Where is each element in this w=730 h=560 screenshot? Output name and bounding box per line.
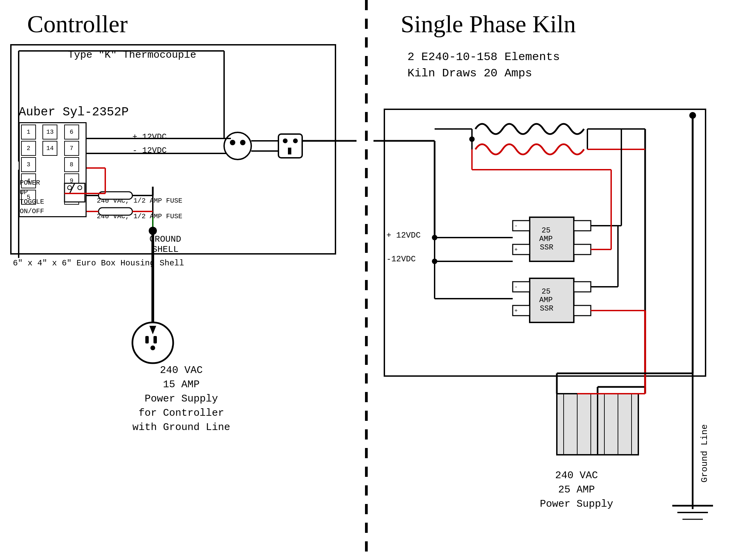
kiln-elements-line1: 2 E240-10-158 Elements <box>407 49 560 66</box>
ps-15amp: 15 AMP <box>132 377 230 392</box>
ps-240vac: 240 VAC <box>132 363 230 377</box>
svg-rect-100 <box>153 336 157 343</box>
ground-label-1: GROUND <box>149 234 181 244</box>
kiln-ps-240vac: 240 VAC <box>540 468 613 483</box>
plus-12vdc-label: + 12VDC <box>132 132 167 142</box>
power-toggle-label: POWER UP TOGGLE ON/OFF <box>20 178 44 216</box>
kiln-box <box>384 109 706 377</box>
kiln-ps-25amp: 25 AMP <box>540 483 613 497</box>
kiln-elements-label: 2 E240-10-158 Elements Kiln Draws 20 Amp… <box>407 49 560 81</box>
ps-with-ground: with Ground Line <box>132 420 230 434</box>
ps-power-supply: Power Supply <box>132 392 230 406</box>
main-container: Controller Single Phase Kiln Type "K" Th… <box>0 0 730 560</box>
terminal-1: 1 <box>21 125 36 139</box>
terminal-col-3: 6 7 8 9 10 <box>64 125 84 215</box>
auber-label: Auber Syl-2352P <box>19 105 129 119</box>
terminal-7: 7 <box>64 141 79 156</box>
kiln-elements-line2: Kiln Draws 20 Amps <box>407 66 560 82</box>
svg-rect-62 <box>557 394 598 455</box>
svg-rect-63 <box>598 394 638 455</box>
ground-line-label: Ground Line <box>699 424 710 483</box>
title-kiln: Single Phase Kiln <box>401 10 576 38</box>
kiln-minus-12vdc-label: -12VDC <box>386 255 416 264</box>
ground-shell-label: GROUND SHELL <box>149 234 181 255</box>
terminal-6: 6 <box>64 125 79 139</box>
fuse2-label: 240 VAC, 1/2 AMP FUSE <box>97 212 182 220</box>
terminal-3: 3 <box>21 157 36 172</box>
kiln-plus-12vdc-label: + 12VDC <box>386 231 421 240</box>
svg-rect-99 <box>145 336 149 343</box>
title-controller: Controller <box>27 10 128 38</box>
svg-point-98 <box>132 322 173 363</box>
terminal-13: 13 <box>42 125 57 139</box>
terminal-14: 14 <box>42 141 57 156</box>
terminal-9: 9 <box>64 173 79 188</box>
kiln-ps-label: 240 VAC 25 AMP Power Supply <box>540 468 613 511</box>
euro-box-label: 6" x 4" x 6" Euro Box Housing Shell <box>13 259 184 268</box>
fuse1-label: 240 VAC, 1/2 AMP FUSE <box>97 197 182 205</box>
terminal-col-2: 13 14 <box>42 125 62 215</box>
svg-marker-103 <box>149 326 156 334</box>
vertical-divider <box>365 0 368 560</box>
minus-12vdc-label: - 12VDC <box>132 146 167 155</box>
terminal-10: 10 <box>64 190 79 205</box>
kiln-ps-power: Power Supply <box>540 497 613 511</box>
terminal-8: 8 <box>64 157 79 172</box>
controller-ps-label: 240 VAC 15 AMP Power Supply for Controll… <box>132 363 230 434</box>
ground-label-2: SHELL <box>149 244 181 255</box>
svg-point-101 <box>150 346 155 350</box>
ps-for-controller: for Controller <box>132 406 230 420</box>
terminal-2: 2 <box>21 141 36 156</box>
